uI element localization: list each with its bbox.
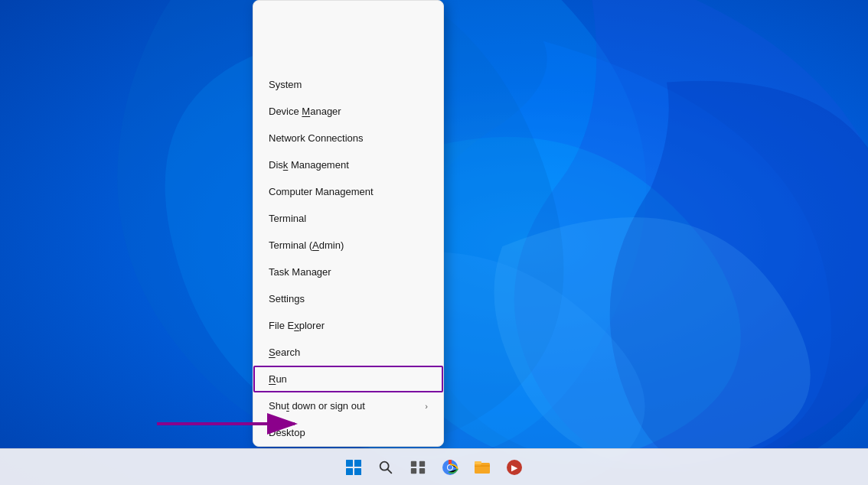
- menu-item-run[interactable]: Run: [253, 366, 443, 392]
- task-view-button[interactable]: [403, 452, 433, 483]
- chevron-right-icon: ›: [425, 402, 428, 411]
- search-taskbar-button[interactable]: [370, 452, 401, 483]
- menu-item-terminal-admin[interactable]: Terminal (Admin): [253, 232, 443, 259]
- menu-item-terminal-label: Terminal: [269, 213, 306, 224]
- svg-text:▶: ▶: [511, 464, 518, 472]
- menu-item-terminal-admin-label: Terminal (Admin): [269, 239, 344, 251]
- svg-rect-4: [354, 460, 361, 467]
- menu-item-computer-management[interactable]: Computer Management: [253, 178, 443, 205]
- menu-item-file-explorer[interactable]: File Explorer: [253, 312, 443, 339]
- svg-rect-10: [419, 461, 425, 466]
- svg-point-15: [448, 465, 452, 470]
- menu-item-task-manager[interactable]: Task Manager: [253, 259, 443, 285]
- file-explorer-taskbar-button[interactable]: [467, 452, 498, 483]
- svg-rect-5: [346, 468, 353, 475]
- task-view-icon: [410, 459, 426, 476]
- svg-rect-18: [475, 461, 481, 464]
- search-icon: [377, 459, 394, 476]
- menu-item-system-label: System: [269, 79, 302, 90]
- menu-item-computer-management-label: Computer Management: [269, 186, 374, 197]
- start-button[interactable]: [338, 452, 369, 483]
- menu-item-terminal[interactable]: Terminal: [253, 205, 443, 232]
- svg-rect-9: [411, 461, 416, 466]
- windows-logo-icon: [344, 458, 363, 477]
- svg-line-8: [387, 469, 391, 473]
- app6-taskbar-button[interactable]: ▶: [499, 452, 530, 483]
- menu-item-settings[interactable]: Settings: [253, 285, 443, 312]
- context-menu: System Device Manager Network Connection…: [253, 0, 444, 447]
- chrome-icon: [441, 458, 459, 477]
- menu-item-search[interactable]: Search: [253, 339, 443, 366]
- desktop: System Device Manager Network Connection…: [0, 0, 868, 485]
- menu-item-disk-management-label: Disk Management: [269, 159, 349, 171]
- file-explorer-icon: [473, 458, 491, 477]
- menu-item-device-manager-label: Device Manager: [269, 106, 341, 117]
- svg-rect-12: [419, 467, 425, 473]
- svg-rect-11: [411, 467, 416, 473]
- menu-item-task-manager-label: Task Manager: [269, 266, 331, 278]
- menu-item-system[interactable]: System: [253, 71, 443, 98]
- taskbar-icons: ▶: [338, 452, 530, 483]
- svg-rect-6: [354, 468, 361, 475]
- app6-icon: ▶: [505, 458, 524, 477]
- menu-item-file-explorer-label: File Explorer: [269, 320, 325, 331]
- menu-item-device-manager[interactable]: Device Manager: [253, 98, 443, 125]
- taskbar: ▶: [0, 448, 868, 485]
- menu-item-search-label: Search: [269, 347, 300, 358]
- menu-item-settings-label: Settings: [269, 293, 305, 304]
- svg-rect-3: [346, 460, 353, 467]
- menu-item-network-connections[interactable]: Network Connections: [253, 125, 443, 151]
- menu-item-disk-management[interactable]: Disk Management: [253, 151, 443, 178]
- arrow-annotation: [153, 409, 306, 439]
- chrome-taskbar-button[interactable]: [435, 452, 465, 483]
- menu-items-list: System Device Manager Network Connection…: [253, 71, 443, 446]
- menu-item-run-label: Run: [269, 373, 287, 385]
- annotation-arrow-icon: [153, 409, 306, 439]
- menu-item-network-connections-label: Network Connections: [269, 132, 364, 144]
